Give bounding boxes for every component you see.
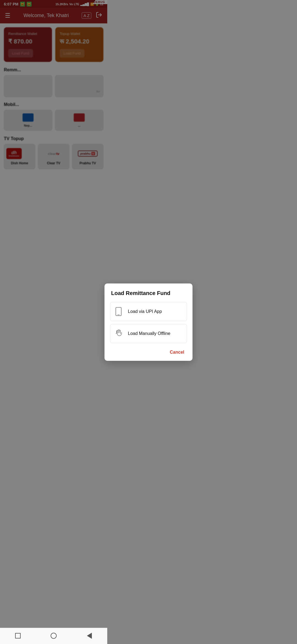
modal-overlay[interactable]: Load Remittance Fund Load via UPI App bbox=[0, 0, 107, 232]
